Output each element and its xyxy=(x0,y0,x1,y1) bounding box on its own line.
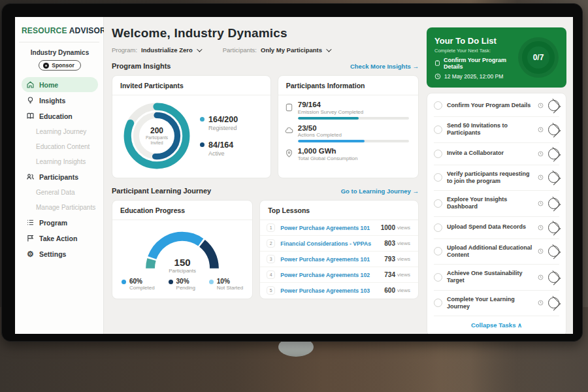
screen: RESOURCE ADVISOR+ Industry Dynamics Spon… xyxy=(15,17,573,334)
clock-icon xyxy=(538,201,544,206)
program-filter: Program: Industrialize Zero xyxy=(112,46,201,54)
next-task-datetime: 12 May 2025, 12:00 PM xyxy=(444,73,503,80)
task-chevron-button[interactable] xyxy=(548,222,559,233)
todo-task[interactable]: Upload Additional Educational Content xyxy=(434,239,559,265)
task-chevron-button[interactable] xyxy=(548,100,559,111)
sidebar-item-settings[interactable]: ⚙ Settings xyxy=(22,246,98,261)
sidebar-item-general-data[interactable]: General Data xyxy=(22,185,98,200)
people-icon xyxy=(26,172,35,181)
active-label: Active xyxy=(208,150,233,157)
lesson-link[interactable]: Power Purchase Agreements 101 xyxy=(280,225,381,231)
task-checkbox[interactable] xyxy=(434,299,442,307)
sidebar-item-education[interactable]: Education xyxy=(22,108,98,123)
home-icon xyxy=(26,80,35,89)
sidebar-item-label: Take Action xyxy=(39,235,77,242)
task-chevron-button[interactable] xyxy=(548,272,559,283)
clock-icon xyxy=(434,73,441,80)
task-checkbox[interactable] xyxy=(434,199,442,208)
sidebar-item-learning-journey[interactable]: Learning Journey xyxy=(22,124,98,139)
book-icon xyxy=(26,112,35,120)
logo-advisor: ADVISOR xyxy=(69,26,106,35)
content-area: Welcome, Industry Dynamics Program: Indu… xyxy=(104,17,573,334)
next-task-row: Confirm Your Program Details xyxy=(434,57,518,70)
task-label: Verify participants requesting to join t… xyxy=(447,171,533,186)
logo-resource: RESOURCE xyxy=(22,26,67,35)
divider xyxy=(19,42,99,42)
todo-task[interactable]: Invite a Collaborator xyxy=(434,143,559,165)
lesson-rank: 2 xyxy=(267,239,275,248)
task-chevron-button[interactable] xyxy=(548,124,559,135)
views-word: views xyxy=(397,272,410,278)
lesson-link[interactable]: Power Purchase Agreements 102 xyxy=(280,272,384,278)
task-checkbox[interactable] xyxy=(434,125,442,134)
participants-filter-label: Participants: xyxy=(223,46,257,54)
go-to-learning-journey-link[interactable]: Go to Learning Journey → xyxy=(341,188,419,195)
lesson-link[interactable]: Power Purchase Agreements 101 xyxy=(280,256,384,263)
sponsor-badge-label: Sponsor xyxy=(52,62,74,69)
todo-progress-count: 0/7 xyxy=(533,53,544,62)
sponsor-icon xyxy=(43,63,49,69)
task-checkbox[interactable] xyxy=(434,223,442,232)
next-task-datetime-row: 12 May 2025, 12:00 PM xyxy=(434,73,518,80)
sidebar-item-education-content[interactable]: Education Content xyxy=(22,139,98,154)
legend-active: 84/164 Active xyxy=(200,140,238,157)
sidebar-nav: Home Insights Education Learning Journey… xyxy=(22,77,98,262)
task-chevron-button[interactable] xyxy=(548,246,559,257)
todo-task[interactable]: Confirm Your Program Details xyxy=(434,95,559,117)
task-checkbox[interactable] xyxy=(434,173,442,182)
legend-dot-completed xyxy=(122,280,126,284)
arrow-right-icon: → xyxy=(413,63,419,70)
todo-task[interactable]: Achieve One Sustainability Target xyxy=(434,265,559,291)
check-more-insights-link[interactable]: Check More Insights → xyxy=(350,63,419,70)
todo-task[interactable]: Upload Spend Data Records xyxy=(434,217,559,239)
task-chevron-button[interactable] xyxy=(548,297,559,308)
info-row-emission-survey: 79/164 Emission Survey Completed xyxy=(285,101,409,120)
info-label: Total Global Consumption xyxy=(298,155,409,161)
task-checkbox[interactable] xyxy=(434,247,442,255)
todo-progress-ring-outer: 0/7 xyxy=(518,37,559,78)
clipboard-icon xyxy=(285,101,293,120)
sidebar-item-label: Insights xyxy=(39,97,65,105)
emission-progress-bar xyxy=(298,117,409,120)
participants-dropdown[interactable]: Only My Participants xyxy=(261,46,330,54)
program-dropdown[interactable]: Industrialize Zero xyxy=(141,46,201,54)
todo-task[interactable]: Verify participants requesting to join t… xyxy=(434,165,559,191)
lesson-link[interactable]: Financial Considerations - VPPAs xyxy=(280,240,384,247)
lesson-row: 2 Financial Considerations - VPPAs 803 v… xyxy=(260,236,418,252)
progress-fill xyxy=(298,117,359,120)
todo-task[interactable]: Send 50 Invitations to Participants xyxy=(434,117,559,143)
task-checkbox[interactable] xyxy=(434,150,442,158)
task-chevron-button[interactable] xyxy=(548,198,559,209)
lesson-views: 1000 xyxy=(381,224,395,231)
link-label: Check More Insights xyxy=(350,63,411,70)
task-chevron-button[interactable] xyxy=(548,148,559,159)
todo-task[interactable]: Complete Your Learning Journey xyxy=(434,291,559,317)
learning-journey-header: Participant Learning Journey Go to Learn… xyxy=(112,187,419,195)
task-checkbox[interactable] xyxy=(434,101,442,110)
sidebar: RESOURCE ADVISOR+ Industry Dynamics Spon… xyxy=(15,17,104,334)
organization-name: Industry Dynamics xyxy=(22,49,98,56)
info-row-actions: 23/50 Actions Completed xyxy=(285,124,409,143)
clock-icon xyxy=(538,151,544,157)
sidebar-item-learning-insights[interactable]: Learning Insights xyxy=(22,154,98,169)
app-logo: RESOURCE ADVISOR+ xyxy=(22,25,98,35)
clock-icon xyxy=(538,248,544,254)
education-progress-card: Education Progress 150 Participants xyxy=(112,200,253,299)
chevron-down-icon xyxy=(197,46,202,52)
todo-task[interactable]: Explore Your Insights Dashboard xyxy=(434,191,559,217)
sidebar-item-home[interactable]: Home xyxy=(22,77,98,92)
sidebar-item-participants[interactable]: Participants xyxy=(22,169,98,184)
chevron-right-icon xyxy=(546,296,561,311)
collapse-tasks-link[interactable]: Collapse Tasks ∧ xyxy=(434,316,559,334)
lesson-row: 3 Power Purchase Agreements 101 793 view… xyxy=(260,252,418,267)
sidebar-item-take-action[interactable]: Take Action xyxy=(22,231,98,246)
sidebar-item-label: Settings xyxy=(39,250,66,258)
lesson-link[interactable]: Power Purchase Agreements 103 xyxy=(280,287,384,294)
task-chevron-button[interactable] xyxy=(548,172,559,183)
task-checkbox[interactable] xyxy=(434,273,442,282)
sidebar-item-program[interactable]: Program xyxy=(22,215,98,230)
lesson-rank: 4 xyxy=(267,270,275,279)
task-label: Upload Spend Data Records xyxy=(447,223,533,231)
sidebar-item-insights[interactable]: Insights xyxy=(22,93,98,108)
sidebar-item-manage-participants[interactable]: Manage Participants xyxy=(22,200,98,215)
